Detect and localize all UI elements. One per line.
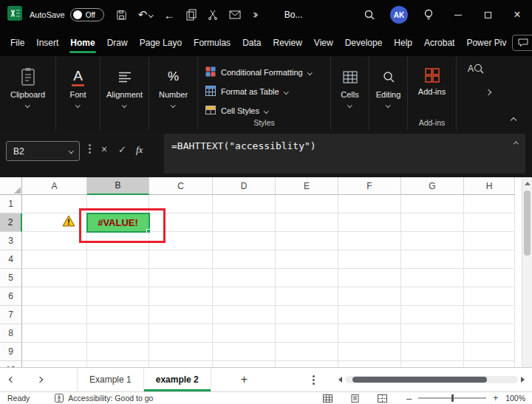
formula-input[interactable]: =BAHTTEXT("accessiblity") xyxy=(164,134,525,174)
cell-C6[interactable] xyxy=(149,287,213,306)
cell-G1[interactable] xyxy=(401,195,464,213)
add-sheet-button[interactable]: + xyxy=(241,373,248,386)
menu-item-file[interactable]: File xyxy=(4,30,30,56)
cell-F8[interactable] xyxy=(338,324,401,343)
cell-D10[interactable] xyxy=(213,361,276,367)
cell-B5[interactable] xyxy=(87,269,149,287)
row-header-3[interactable]: 3 xyxy=(0,232,22,250)
zoom-slider-thumb[interactable] xyxy=(451,394,454,402)
vertical-scrollbar[interactable] xyxy=(522,177,532,367)
cell-E1[interactable] xyxy=(276,195,338,213)
column-header-g[interactable]: G xyxy=(401,177,464,195)
menu-item-develope[interactable]: Develope xyxy=(339,30,389,56)
cell-A4[interactable] xyxy=(22,250,87,269)
cell-D2[interactable] xyxy=(213,213,276,232)
menu-item-help[interactable]: Help xyxy=(388,30,418,56)
copy-icon[interactable] xyxy=(186,9,197,21)
cell-A8[interactable] xyxy=(22,324,87,343)
autosave-toggle[interactable]: Off xyxy=(70,8,104,21)
search-icon[interactable] xyxy=(355,0,384,30)
cell-B4[interactable] xyxy=(87,250,149,269)
format-as-table-button[interactable]: Format as Table xyxy=(205,82,287,101)
menu-item-data[interactable]: Data xyxy=(236,30,267,56)
cell-H1[interactable] xyxy=(464,195,515,213)
menu-item-acrobat[interactable]: Acrobat xyxy=(418,30,460,56)
vertical-scroll-thumb[interactable] xyxy=(524,191,531,256)
cell-A6[interactable] xyxy=(22,287,87,306)
font-group-button[interactable]: A Font xyxy=(56,56,100,130)
lightbulb-icon[interactable] xyxy=(414,0,443,30)
cell-E4[interactable] xyxy=(276,250,338,269)
cut-icon[interactable] xyxy=(208,10,218,20)
cell-D3[interactable] xyxy=(213,232,276,250)
cell-E9[interactable] xyxy=(276,343,338,361)
editing-group-button[interactable]: Editing xyxy=(369,56,408,130)
cell-G2[interactable] xyxy=(401,213,464,232)
zoom-out-button[interactable]: – xyxy=(406,393,412,404)
column-header-b[interactable]: B xyxy=(87,177,149,195)
cell-D6[interactable] xyxy=(213,287,276,306)
cell-C7[interactable] xyxy=(149,306,213,324)
cell-E2[interactable] xyxy=(276,213,338,232)
page-break-view-icon[interactable] xyxy=(378,394,387,403)
normal-view-icon[interactable] xyxy=(323,394,332,403)
column-header-c[interactable]: C xyxy=(149,177,213,195)
cells-group-button[interactable]: Cells xyxy=(331,56,369,130)
cell-B8[interactable] xyxy=(87,324,149,343)
cell-D9[interactable] xyxy=(213,343,276,361)
cell-C5[interactable] xyxy=(149,269,213,287)
cell-E7[interactable] xyxy=(276,306,338,324)
comments-button[interactable] xyxy=(512,35,532,51)
row-header-5[interactable]: 5 xyxy=(0,269,22,287)
clipboard-group-button[interactable]: Clipboard xyxy=(0,56,56,130)
select-all-corner[interactable] xyxy=(0,177,22,195)
cell-A1[interactable] xyxy=(22,195,87,213)
row-header-8[interactable]: 8 xyxy=(0,324,22,343)
cell-G6[interactable] xyxy=(401,287,464,306)
number-group-button[interactable]: % Number xyxy=(149,56,198,130)
menu-item-review[interactable]: Review xyxy=(267,30,307,56)
addins-group-button[interactable]: Add-ins Add-ins xyxy=(408,56,457,130)
row-header-7[interactable]: 7 xyxy=(0,306,22,324)
maximize-button[interactable] xyxy=(473,0,502,30)
scroll-right-icon[interactable] xyxy=(521,377,525,383)
cell-B9[interactable] xyxy=(87,343,149,361)
name-box-dropdown-icon[interactable] xyxy=(69,148,73,153)
cell-E8[interactable] xyxy=(276,324,338,343)
cell-G8[interactable] xyxy=(401,324,464,343)
sheet-nav-right-icon[interactable] xyxy=(34,368,46,391)
conditional-formatting-button[interactable]: Conditional Formatting xyxy=(205,63,311,82)
name-box[interactable]: B2 xyxy=(6,141,80,161)
cell-H2[interactable] xyxy=(464,213,515,232)
account-avatar[interactable]: AK xyxy=(384,0,414,30)
undo-button[interactable]: ↶ xyxy=(138,8,153,21)
cell-D4[interactable] xyxy=(213,250,276,269)
sheet-tab-example-2[interactable]: example 2 xyxy=(144,368,211,391)
cell-F5[interactable] xyxy=(338,269,401,287)
menu-item-power-piv[interactable]: Power Piv xyxy=(460,30,512,56)
cell-G5[interactable] xyxy=(401,269,464,287)
sheet-options-icon[interactable] xyxy=(313,379,315,381)
row-header-9[interactable]: 9 xyxy=(0,343,22,361)
horizontal-scroll-track[interactable] xyxy=(345,376,518,383)
row-header-10[interactable]: 10 xyxy=(0,361,22,367)
cell-B7[interactable] xyxy=(87,306,149,324)
cell-F1[interactable] xyxy=(338,195,401,213)
enter-icon[interactable]: ✓ xyxy=(118,144,126,155)
horizontal-scrollbar[interactable] xyxy=(338,376,525,383)
formula-bar-drag-handle[interactable] xyxy=(89,148,91,150)
cell-B10[interactable] xyxy=(87,361,149,367)
cell-E6[interactable] xyxy=(276,287,338,306)
menu-item-insert[interactable]: Insert xyxy=(30,30,64,56)
cell-F3[interactable] xyxy=(338,232,401,250)
row-header-6[interactable]: 6 xyxy=(0,287,22,306)
cell-A10[interactable] xyxy=(22,361,87,367)
cell-F4[interactable] xyxy=(338,250,401,269)
save-icon[interactable] xyxy=(116,10,127,21)
cell-C8[interactable] xyxy=(149,324,213,343)
accessibility-status[interactable]: Accessibility: Good to go xyxy=(68,394,153,403)
formula-bar-collapse-icon[interactable] xyxy=(514,142,518,146)
scroll-left-icon[interactable] xyxy=(338,377,342,383)
cell-D7[interactable] xyxy=(213,306,276,324)
cell-G7[interactable] xyxy=(401,306,464,324)
